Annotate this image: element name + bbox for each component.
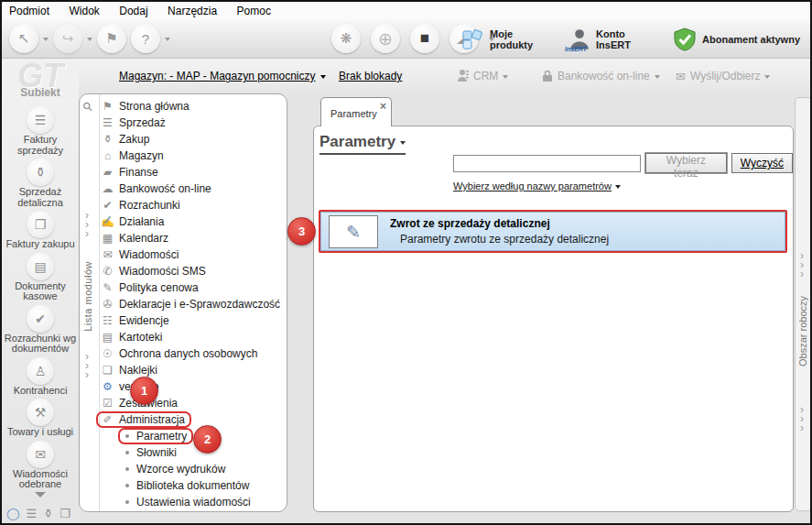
app-name: Subiekt [2,86,79,99]
globe-icon[interactable]: ⊕ [371,24,400,53]
modules-nav-panel: ⚲ › › › Lista modułów › › › ⚑ Strona głó… [79,93,287,512]
crm-menu[interactable]: CRM [458,59,508,93]
item-label: Strona główna [119,100,189,113]
modules-list-item[interactable]: ⚱ Zakup [101,131,149,148]
search-icon[interactable]: ⚲ [80,99,95,115]
modules-list-item[interactable]: Wzorce wydruków [123,461,225,477]
chevron-down-icon[interactable] [43,38,49,44]
warehouse-selector[interactable]: Magazyn: - MAP - Magazyn pomocniczy [119,59,326,93]
clear-button[interactable]: Wyczyść [731,153,793,173]
tab-parametry[interactable]: Parametry × [320,97,392,126]
view-box-icon[interactable]: ❒ [60,507,70,520]
item-label: Polityka cenowa [119,281,199,294]
modules-list-item[interactable]: ⌂ Magazyn [101,148,164,164]
modules-list-item[interactable]: ☁ Bankowość on-line [101,180,211,197]
sidebar-module[interactable]: ✔ Rozrachunki wg dokumentów [3,305,78,355]
modules-list-item[interactable]: ☰ Sprzedaż [101,115,166,131]
page-title-menu[interactable]: Parametry [319,133,406,155]
modules-list-item[interactable]: ✇ Deklaracje i e-Sprawozdawczość [101,296,280,312]
calendar-icon: ▦ [101,232,114,245]
sidebar-module[interactable]: ⚒ Towary i usługi [3,399,78,438]
modules-list-item[interactable]: Parametry [118,428,193,444]
sub-toolbar: Magazyn: - MAP - Magazyn pomocniczy Brak… [79,59,810,93]
modules-list-item[interactable]: ✍ Działania [101,213,164,230]
chevron-down-icon [615,185,621,191]
item-label: Kalendarz [119,232,168,245]
lock-status-link[interactable]: Brak blokady [339,70,402,82]
modules-list-item[interactable]: ✐ Administracja [96,411,191,428]
item-label: Zakup [119,133,149,146]
toolbar-left-group: ↖ ↪ ⚑ ? [9,24,170,53]
view-basket-icon[interactable]: ⚱ [43,507,53,520]
modules-list-item[interactable]: ❏ Naklejki [101,362,157,378]
item-label: Parametry [136,430,187,443]
my-products-button[interactable]: Moje produkty [454,26,553,53]
subscription-status-button[interactable]: Abonament aktywny [666,26,807,53]
modules-list-item[interactable]: ▤ Kartoteki [101,329,162,345]
parameter-result-item[interactable]: ✎ Zwrot ze sprzedaży detalicznej Paramet… [319,210,787,253]
menu-item[interactable]: Narzędzia [168,2,217,20]
online-banking-menu[interactable]: Bankowość on-line [542,59,660,93]
sync-dots-icon[interactable]: ❋ [331,24,361,53]
filter-by-name-dropdown[interactable]: Wybierz według nazwy parametrów [453,180,621,191]
sidebar-module[interactable]: ❒ Faktury zakupu [3,211,78,250]
chevron-down-icon[interactable] [165,38,170,44]
modules-list: ⚑ Strona główna ☰ Sprzedaż ⚱ Zakup ⌂ Mag… [101,98,285,510]
modules-list-item[interactable]: Słowniki [123,444,177,461]
warehouse-link[interactable]: Magazyn: - MAP - Magazyn pomocniczy [119,70,316,82]
sidebar-module[interactable]: ▤ Dokumenty kasowe [3,253,78,302]
sidebar-module[interactable]: ✉ Wiadomości odebrane [3,441,78,490]
select-arrow-icon[interactable]: ↖ [9,24,38,53]
view-coins-icon[interactable]: ☰ [27,507,38,520]
declarations-icon: ✇ [101,298,114,311]
collapse-handle[interactable]: › › › [800,252,804,279]
modules-list-item[interactable]: ☷ Ewidencje [101,312,169,329]
item-label: Finanse [119,166,158,179]
sidebar-more-arrow-icon[interactable] [35,492,46,503]
forward-arrow-icon[interactable]: ↪ [53,24,82,53]
item-label: Administracja [119,413,185,426]
warehouse-icon: ⌂ [101,149,114,162]
module-label: Rozrachunki wg dokumentów [3,334,78,355]
menu-item[interactable]: Dodaj [119,2,147,20]
chevron-right-icon: › [85,230,89,238]
modules-list-item[interactable]: Ustawienia wiadomości [123,494,251,510]
modules-list-item[interactable]: ✆ Wiadomości SMS [101,263,206,279]
close-icon[interactable]: × [380,100,386,113]
chevron-down-icon[interactable] [87,38,92,44]
sidebar-module[interactable]: ♙ Kontrahenci [3,357,78,397]
modules-list-item[interactable]: ▦ Kalendarz [101,230,168,246]
collapse-handle[interactable]: › › › [85,353,89,379]
modules-list-item[interactable]: ✉ Wiadomości [101,246,179,263]
workspace-strip[interactable]: › › › Obszar roboczy › › › [795,97,812,511]
flag-icon[interactable]: ⚑ [97,24,126,53]
modules-list-item[interactable]: ✎ Polityka cenowa [101,279,199,296]
send-receive-menu[interactable]: ✉ Wyślij/Odbierz [676,59,770,93]
module-label: Towary i usługi [3,427,78,438]
modules-list-item[interactable]: ☉ Ochrona danych osobowych [101,345,257,362]
view-home-icon[interactable]: ◯ [6,507,20,520]
modules-list-item[interactable]: ▰ Finanse [101,164,158,180]
item-label: Ochrona danych osobowych [119,347,257,360]
sidebar-module[interactable]: ⚱ Sprzedaż detaliczna [3,159,78,208]
collapse-handle[interactable]: › › › [85,212,89,238]
modules-list-item[interactable]: ✔ Rozrachunki [101,197,180,213]
menu-item[interactable]: Widok [69,2,99,20]
sidebar-module[interactable]: ☰ Faktury sprzedaży [3,106,78,156]
coins-icon: ☰ [101,116,114,129]
pricing-icon: ✎ [101,281,114,294]
modules-list-item[interactable]: ⚑ Strona główna [101,98,189,115]
insert-account-button[interactable]: InsERT Konto InsERT [560,26,659,53]
chevron-right-icon: › [800,424,804,432]
send-receive-label: Wyślij/Odbierz [690,70,761,82]
module-label: Faktury zakupu [3,239,78,250]
collapse-handle[interactable]: › › › [800,406,804,432]
help-icon[interactable]: ? [131,24,160,53]
menu-item[interactable]: Pomoc [237,2,271,20]
modules-list-item[interactable]: Biblioteka dokumentów [123,477,249,494]
menu-item[interactable]: Podmiot [9,2,49,20]
parameter-search-input[interactable] [453,155,641,172]
choose-now-button[interactable]: Wybierz teraz [645,153,727,173]
cube-icon[interactable]: ■ [410,24,439,53]
lock-status[interactable]: Brak blokady [339,59,402,93]
